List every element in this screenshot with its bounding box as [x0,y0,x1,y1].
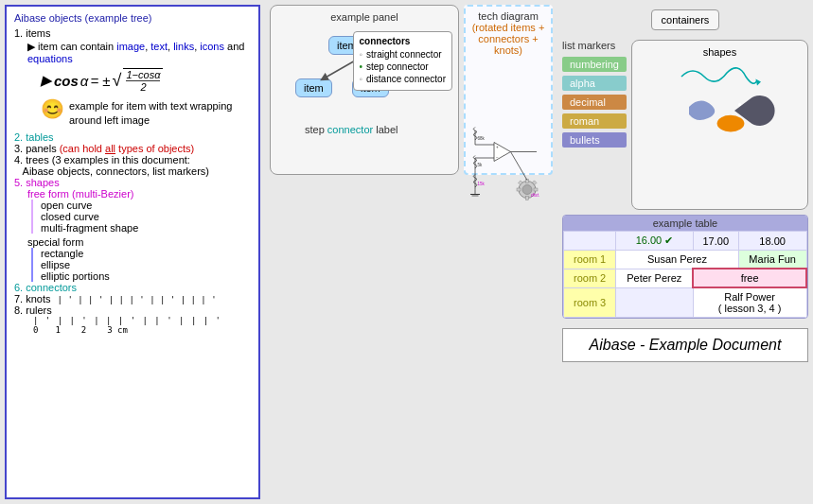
aibase-title-text: Aibase - Example Document [590,337,782,353]
svg-text:15k: 15k [478,182,486,186]
list-markers-section: list markers numbering alpha decimal rom… [562,40,627,210]
table-cell-room3-ralf: Ralf Power( lesson 3, 4 ) [693,287,806,318]
list-markers-title: list markers [562,40,627,51]
list-item-2: 2. tables [14,131,251,143]
ellipse: ellipse [41,259,251,270]
svg-point-25 [738,103,741,106]
table-cell-room2-free: free [693,269,806,287]
table-cell-room2-label: room 2 [564,269,616,287]
shapes-panel: shapes [631,40,808,210]
list-number-5: 5. shapes [14,177,60,188]
svg-rect-19 [517,188,521,191]
table-cell-room1-label: room 1 [564,251,616,269]
marker-roman: roman [562,113,627,129]
list-number-2: 2. tables [14,131,54,143]
table-cell-room2-peter: Peter Perez [616,269,694,287]
shapes-title: shapes [638,46,802,58]
example-table-section: example table 16.00 ✔ 17.00 18.00 room 1… [562,215,808,319]
aibase-title-box: Aibase - Example Document [562,328,808,362]
example-panel-title: example panel [276,11,452,23]
table-row-2: room 2 Peter Perez free [564,269,807,287]
top-right: list markers numbering alpha decimal rom… [562,40,808,210]
svg-text:−: − [496,155,499,160]
marker-alpha: alpha [562,76,627,91]
containers-box: containers [651,9,720,30]
distance-connector: ◦ distance connector [360,74,447,84]
marker-decimal: decimal [562,95,627,110]
svg-rect-20 [534,188,538,191]
formula-box: ▶ cosα = ± √ 1−cosα 2 [27,64,251,96]
marker-bullets: bullets [562,132,627,148]
svg-text:dist.: dist. [531,192,539,198]
connectors-box: connectors ◦ straight connector • step c… [353,31,453,91]
special-form-title: special form [27,236,251,248]
marker-numbering: numbering [562,57,627,72]
straight-connector: ◦ straight connector [360,49,447,60]
list-number-4: 4. trees (3 examples in this document: A… [14,154,209,177]
containers-wrapper: containers [562,9,808,35]
table-cell-room1-susan: Susan Perez [616,251,739,269]
table-title: example table [563,216,807,231]
svg-point-26 [717,115,745,132]
table-cell-room3-label: room 3 [564,287,616,318]
svg-rect-18 [526,197,529,200]
smiley-icon: 😊 [41,99,64,118]
center-panel: example panel items item item [265,0,557,504]
list-item-5: 5. shapes free form (multi-Bezier) open … [14,177,251,282]
tech-circuit-svg: + − 68k 5k [466,60,551,277]
panel-diagram: items item item [276,26,452,140]
table-cell-room3-empty [616,287,694,318]
free-form-items: open curve closed curve multi-fragment s… [31,200,251,234]
table-header-0 [564,232,616,251]
svg-point-16 [522,185,532,195]
list-number-8: 8. rulers [14,304,52,316]
elliptic-portions: elliptic portions [41,270,251,282]
shapes-sublist: free form (multi-Bezier) open curve clos… [14,188,251,282]
main-container: Aibase objects (example tree) 1. items ▶… [0,0,813,504]
table-row-1: room 1 Susan Perez Maria Fun [564,251,807,269]
list-item-7: 7. knots | ' | | ' | | | ' | | ' | | | ' [14,293,251,304]
table-cell-room1-maria: Maria Fun [738,251,806,269]
free-form-title: free form (multi-Bezier) [27,188,251,200]
tech-diagram-title: tech diagram (rotated items + connectors… [466,7,551,60]
list-number-3: 3. panels (can hold all types of objects… [14,143,194,154]
step-connector-label: step connector label [305,124,398,135]
table-header-2: 17.00 [693,232,738,251]
svg-text:68k: 68k [478,136,486,141]
list-number-7: 7. knots [14,293,51,304]
open-curve: open curve [41,200,251,211]
ruler-ticks: | ' | | ' | | | ' | | ' | | | ' [33,316,251,325]
tech-diagram-area: tech diagram (rotated items + connectors… [464,5,553,175]
table-row-3: room 3 Ralf Power( lesson 3, 4 ) [564,287,807,318]
multi-fragment: multi-fragment shape [41,222,251,234]
list-item-4: 4. trees (3 examples in this document: A… [14,154,251,177]
list-item-1: 1. items ▶ item can contain image, text,… [14,27,251,129]
table-header-1: 16.00 ✔ [616,232,694,251]
ruler-display: | ' | | ' | | | ' | | ' | | | ' 0123 cm [33,316,251,335]
right-panel: containers list markers numbering alpha … [557,0,813,504]
smiley-item: 😊 example for item with text wrapping ar… [27,99,251,129]
table-header-row: 16.00 ✔ 17.00 18.00 [564,232,807,251]
list-item-6: 6. connectors [14,282,251,293]
svg-marker-27 [756,78,762,85]
left-panel: Aibase objects (example tree) 1. items ▶… [5,5,260,499]
list-number-6: 6. connectors [14,282,77,293]
left-panel-title: Aibase objects (example tree) [14,12,251,24]
table-header-3: 18.00 [738,232,806,251]
svg-text:5k: 5k [478,163,484,167]
formula-display: ▶ cosα = ± √ 1−cosα 2 [41,68,251,93]
item-subtext: ▶ item can contain image, text, links, i… [27,41,251,64]
list-item-8: 8. rulers | ' | | ' | | | ' | | ' | | | … [14,304,251,335]
smiley-text: example for item with text wrapping arou… [69,99,251,129]
rectangle: rectangle [41,248,251,259]
svg-text:+: + [496,145,499,149]
example-panel-box: example panel items item item [270,5,459,175]
list-number-1: 1. items [14,27,51,39]
ruler-numbers: 0123 cm [33,325,251,335]
closed-curve: closed curve [41,211,251,222]
special-form-items: rectangle ellipse elliptic portions [31,248,251,282]
item-indent-1: ▶ item can contain image, text, links, i… [14,41,251,129]
top-center: example panel items item item [270,5,553,175]
step-connector: • step connector [360,61,447,72]
shapes-svg [663,61,776,137]
